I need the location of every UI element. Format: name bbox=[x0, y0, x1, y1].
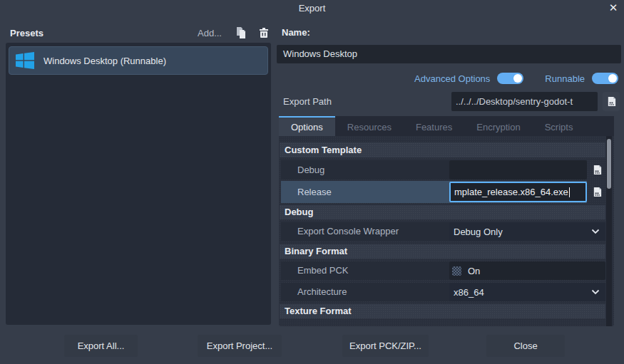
debug-template-input[interactable] bbox=[449, 160, 587, 180]
presets-header: Presets bbox=[10, 28, 44, 38]
release-template-browse-button[interactable] bbox=[588, 182, 605, 202]
toggle-knob bbox=[608, 74, 617, 83]
embed-pck-value: On bbox=[468, 266, 480, 276]
section-custom-template: Custom Template bbox=[280, 142, 605, 157]
preset-item-windows-desktop[interactable]: Windows Desktop (Runnable) bbox=[9, 46, 268, 75]
release-template-value: mplate_release.x86_64.exe bbox=[454, 187, 568, 197]
embed-pck-row: On bbox=[449, 261, 605, 280]
name-label: Name: bbox=[282, 27, 310, 38]
advanced-options-label: Advanced Options bbox=[414, 73, 490, 84]
embed-pck-checkbox[interactable] bbox=[452, 266, 461, 276]
preset-list: Windows Desktop (Runnable) bbox=[6, 43, 271, 325]
row-embed-pck-label: Embed PCK bbox=[281, 261, 449, 280]
close-icon[interactable]: ✕ bbox=[608, 2, 619, 14]
tab-encryption[interactable]: Encryption bbox=[464, 116, 532, 136]
file-browse-icon bbox=[592, 187, 603, 197]
export-path-browse-button[interactable] bbox=[603, 92, 620, 111]
inspector-scrollbar[interactable] bbox=[606, 136, 612, 326]
architecture-value: x86_64 bbox=[454, 287, 591, 298]
name-input[interactable]: Windows Desktop bbox=[277, 45, 621, 63]
tab-options[interactable]: Options bbox=[279, 116, 335, 136]
export-dialog: Export ✕ Presets Add... bbox=[0, 0, 624, 364]
console-wrapper-value: Debug Only bbox=[454, 227, 591, 237]
advanced-options-toggle[interactable] bbox=[497, 73, 523, 84]
toggles-row: Advanced Options Runnable bbox=[277, 71, 621, 86]
duplicate-preset-button[interactable] bbox=[235, 26, 247, 39]
tab-resources[interactable]: Resources bbox=[335, 116, 404, 136]
console-wrapper-dropdown[interactable]: Debug Only bbox=[449, 222, 605, 241]
runnable-label: Runnable bbox=[545, 73, 585, 84]
toggle-knob bbox=[513, 74, 522, 83]
section-binary-format: Binary Format bbox=[280, 244, 605, 259]
tab-scripts[interactable]: Scripts bbox=[533, 116, 585, 136]
options-inspector: Custom Template Debug Release mplate_rel… bbox=[279, 136, 614, 326]
section-texture-format: Texture Format bbox=[280, 304, 605, 318]
duplicate-icon bbox=[235, 27, 247, 38]
export-all-button[interactable]: Export All... bbox=[64, 335, 138, 357]
windows-logo-icon bbox=[16, 52, 34, 69]
export-path-label: Export Path bbox=[283, 96, 332, 107]
tab-features[interactable]: Features bbox=[404, 116, 464, 136]
dialog-title: Export bbox=[0, 3, 624, 14]
runnable-toggle[interactable] bbox=[592, 73, 618, 84]
delete-preset-button[interactable] bbox=[257, 26, 270, 39]
file-browse-icon bbox=[606, 96, 617, 107]
debug-template-browse-button[interactable] bbox=[588, 160, 605, 180]
scrollbar-thumb[interactable] bbox=[607, 139, 611, 189]
text-caret bbox=[569, 187, 570, 197]
row-console-wrapper-label: Export Console Wrapper bbox=[281, 222, 449, 241]
chevron-down-icon bbox=[591, 229, 600, 234]
row-release-label: Release bbox=[281, 181, 449, 203]
trash-icon bbox=[258, 27, 270, 38]
add-preset-button[interactable]: Add... bbox=[198, 28, 222, 38]
chevron-down-icon bbox=[591, 289, 600, 295]
preset-item-label: Windows Desktop (Runnable) bbox=[44, 56, 166, 66]
close-button[interactable]: Close bbox=[486, 335, 565, 357]
row-architecture-label: Architecture bbox=[281, 283, 449, 301]
export-path-input[interactable]: ../../../Desktop/sentry-godot-t bbox=[451, 92, 598, 111]
row-debug-label: Debug bbox=[281, 160, 449, 180]
section-debug: Debug bbox=[280, 205, 605, 219]
release-template-input[interactable]: mplate_release.x86_64.exe bbox=[449, 182, 587, 202]
file-browse-icon bbox=[592, 165, 603, 175]
export-pck-zip-button[interactable]: Export PCK/ZIP... bbox=[342, 335, 429, 357]
options-tabbar: Options Resources Features Encryption Sc… bbox=[279, 116, 614, 136]
export-project-button[interactable]: Export Project... bbox=[198, 335, 282, 357]
architecture-dropdown[interactable]: x86_64 bbox=[449, 283, 605, 301]
